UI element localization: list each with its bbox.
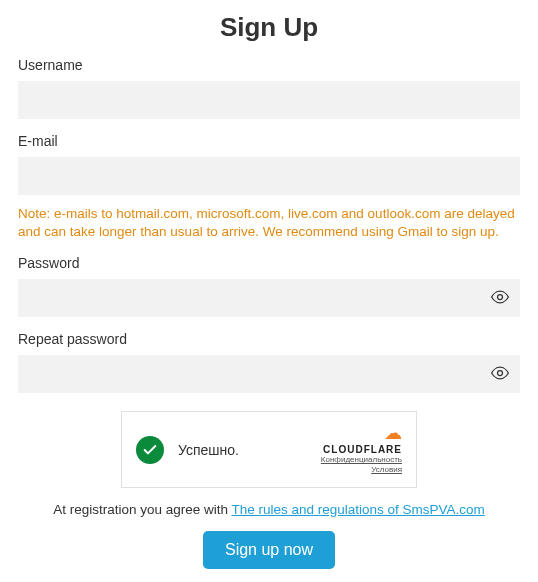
password-input[interactable]: [18, 279, 520, 317]
toggle-repeat-password-visibility[interactable]: [486, 360, 514, 388]
email-label: E-mail: [18, 133, 520, 149]
password-label: Password: [18, 255, 520, 271]
captcha-status: Успешно.: [178, 442, 321, 458]
repeat-password-label: Repeat password: [18, 331, 520, 347]
captcha-terms-link[interactable]: Условия: [371, 465, 402, 475]
username-field: Username: [18, 57, 520, 119]
email-input[interactable]: [18, 157, 520, 195]
agreement-text: At registration you agree with The rules…: [18, 502, 520, 517]
page-title: Sign Up: [18, 12, 520, 43]
cloudflare-icon: ☁: [384, 424, 402, 442]
agreement-prefix: At registration you agree with: [53, 502, 231, 517]
password-field: Password: [18, 255, 520, 317]
email-field: E-mail: [18, 133, 520, 195]
checkmark-icon: [136, 436, 164, 464]
captcha-brand: ☁ CLOUDFLARE Конфиденциальность Условия: [321, 424, 402, 474]
email-note: Note: e-mails to hotmail.com, microsoft.…: [18, 205, 520, 241]
username-label: Username: [18, 57, 520, 73]
eye-icon: [490, 287, 510, 310]
toggle-password-visibility[interactable]: [486, 284, 514, 312]
repeat-password-field: Repeat password: [18, 331, 520, 393]
rules-link[interactable]: The rules and regulations of SmsPVA.com: [231, 502, 484, 517]
signup-form: Sign Up Username E-mail Note: e-mails to…: [0, 0, 538, 582]
svg-point-0: [498, 294, 503, 299]
signup-button[interactable]: Sign up now: [203, 531, 335, 569]
username-input[interactable]: [18, 81, 520, 119]
svg-point-1: [498, 370, 503, 375]
captcha-brand-name: CLOUDFLARE: [323, 444, 402, 455]
captcha-privacy-link[interactable]: Конфиденциальность: [321, 455, 402, 465]
captcha-widget[interactable]: Успешно. ☁ CLOUDFLARE Конфиденциальность…: [121, 411, 417, 487]
eye-icon: [490, 363, 510, 386]
repeat-password-input[interactable]: [18, 355, 520, 393]
